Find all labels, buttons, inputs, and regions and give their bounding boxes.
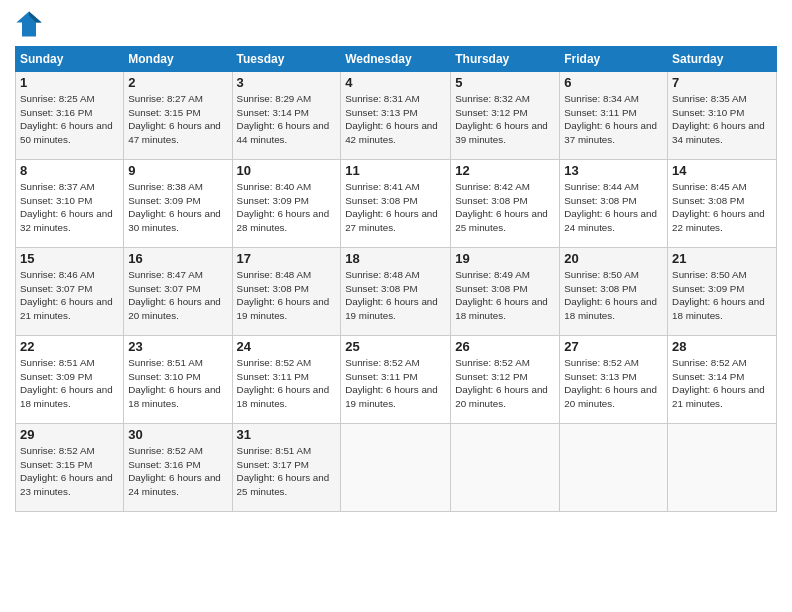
calendar-header-saturday: Saturday [668,47,777,72]
day-number: 10 [237,163,337,178]
day-number: 26 [455,339,555,354]
sunrise-text: Sunrise: 8:48 AM [237,269,312,280]
day-info: Sunrise: 8:52 AM Sunset: 3:13 PM Dayligh… [564,356,663,411]
calendar-cell: 26 Sunrise: 8:52 AM Sunset: 3:12 PM Dayl… [451,336,560,424]
daylight-text: Daylight: 6 hours and 18 minutes. [237,384,330,409]
day-info: Sunrise: 8:48 AM Sunset: 3:08 PM Dayligh… [345,268,446,323]
daylight-text: Daylight: 6 hours and 24 minutes. [564,208,657,233]
day-number: 23 [128,339,227,354]
day-info: Sunrise: 8:50 AM Sunset: 3:08 PM Dayligh… [564,268,663,323]
daylight-text: Daylight: 6 hours and 44 minutes. [237,120,330,145]
day-info: Sunrise: 8:52 AM Sunset: 3:11 PM Dayligh… [237,356,337,411]
daylight-text: Daylight: 6 hours and 50 minutes. [20,120,113,145]
daylight-text: Daylight: 6 hours and 20 minutes. [128,296,221,321]
sunset-text: Sunset: 3:07 PM [20,283,92,294]
calendar-cell: 15 Sunrise: 8:46 AM Sunset: 3:07 PM Dayl… [16,248,124,336]
calendar-cell: 12 Sunrise: 8:42 AM Sunset: 3:08 PM Dayl… [451,160,560,248]
day-info: Sunrise: 8:29 AM Sunset: 3:14 PM Dayligh… [237,92,337,147]
sunset-text: Sunset: 3:16 PM [128,459,200,470]
sunset-text: Sunset: 3:09 PM [237,195,309,206]
sunrise-text: Sunrise: 8:38 AM [128,181,203,192]
calendar-cell: 1 Sunrise: 8:25 AM Sunset: 3:16 PM Dayli… [16,72,124,160]
day-number: 28 [672,339,772,354]
daylight-text: Daylight: 6 hours and 37 minutes. [564,120,657,145]
daylight-text: Daylight: 6 hours and 30 minutes. [128,208,221,233]
calendar-cell: 25 Sunrise: 8:52 AM Sunset: 3:11 PM Dayl… [341,336,451,424]
day-number: 7 [672,75,772,90]
calendar-cell: 31 Sunrise: 8:51 AM Sunset: 3:17 PM Dayl… [232,424,341,512]
sunrise-text: Sunrise: 8:51 AM [20,357,95,368]
sunrise-text: Sunrise: 8:29 AM [237,93,312,104]
day-info: Sunrise: 8:37 AM Sunset: 3:10 PM Dayligh… [20,180,119,235]
calendar-cell [341,424,451,512]
daylight-text: Daylight: 6 hours and 22 minutes. [672,208,765,233]
calendar-header-friday: Friday [560,47,668,72]
day-number: 22 [20,339,119,354]
daylight-text: Daylight: 6 hours and 23 minutes. [20,472,113,497]
day-info: Sunrise: 8:51 AM Sunset: 3:10 PM Dayligh… [128,356,227,411]
calendar-header-thursday: Thursday [451,47,560,72]
calendar-cell: 8 Sunrise: 8:37 AM Sunset: 3:10 PM Dayli… [16,160,124,248]
day-number: 11 [345,163,446,178]
sunrise-text: Sunrise: 8:52 AM [237,357,312,368]
sunrise-text: Sunrise: 8:45 AM [672,181,747,192]
sunset-text: Sunset: 3:15 PM [128,107,200,118]
calendar-cell: 21 Sunrise: 8:50 AM Sunset: 3:09 PM Dayl… [668,248,777,336]
day-number: 24 [237,339,337,354]
day-info: Sunrise: 8:52 AM Sunset: 3:15 PM Dayligh… [20,444,119,499]
day-number: 6 [564,75,663,90]
day-number: 31 [237,427,337,442]
calendar-cell [668,424,777,512]
day-number: 12 [455,163,555,178]
sunrise-text: Sunrise: 8:31 AM [345,93,420,104]
daylight-text: Daylight: 6 hours and 19 minutes. [345,296,438,321]
day-info: Sunrise: 8:38 AM Sunset: 3:09 PM Dayligh… [128,180,227,235]
daylight-text: Daylight: 6 hours and 32 minutes. [20,208,113,233]
daylight-text: Daylight: 6 hours and 21 minutes. [20,296,113,321]
day-number: 9 [128,163,227,178]
sunset-text: Sunset: 3:09 PM [20,371,92,382]
sunrise-text: Sunrise: 8:52 AM [128,445,203,456]
day-info: Sunrise: 8:41 AM Sunset: 3:08 PM Dayligh… [345,180,446,235]
day-info: Sunrise: 8:50 AM Sunset: 3:09 PM Dayligh… [672,268,772,323]
day-info: Sunrise: 8:34 AM Sunset: 3:11 PM Dayligh… [564,92,663,147]
sunset-text: Sunset: 3:09 PM [672,283,744,294]
daylight-text: Daylight: 6 hours and 20 minutes. [564,384,657,409]
sunrise-text: Sunrise: 8:42 AM [455,181,530,192]
calendar-cell: 23 Sunrise: 8:51 AM Sunset: 3:10 PM Dayl… [124,336,232,424]
sunset-text: Sunset: 3:14 PM [672,371,744,382]
calendar-table: SundayMondayTuesdayWednesdayThursdayFrid… [15,46,777,512]
daylight-text: Daylight: 6 hours and 18 minutes. [20,384,113,409]
calendar-cell: 19 Sunrise: 8:49 AM Sunset: 3:08 PM Dayl… [451,248,560,336]
header [15,10,777,38]
sunrise-text: Sunrise: 8:49 AM [455,269,530,280]
sunset-text: Sunset: 3:12 PM [455,371,527,382]
day-number: 25 [345,339,446,354]
page: SundayMondayTuesdayWednesdayThursdayFrid… [0,0,792,612]
day-number: 14 [672,163,772,178]
sunset-text: Sunset: 3:13 PM [345,107,417,118]
day-number: 18 [345,251,446,266]
sunrise-text: Sunrise: 8:52 AM [455,357,530,368]
sunset-text: Sunset: 3:08 PM [564,195,636,206]
calendar-header-tuesday: Tuesday [232,47,341,72]
day-info: Sunrise: 8:45 AM Sunset: 3:08 PM Dayligh… [672,180,772,235]
sunrise-text: Sunrise: 8:27 AM [128,93,203,104]
day-info: Sunrise: 8:44 AM Sunset: 3:08 PM Dayligh… [564,180,663,235]
calendar-week-4: 22 Sunrise: 8:51 AM Sunset: 3:09 PM Dayl… [16,336,777,424]
sunrise-text: Sunrise: 8:40 AM [237,181,312,192]
day-number: 5 [455,75,555,90]
daylight-text: Daylight: 6 hours and 42 minutes. [345,120,438,145]
day-number: 3 [237,75,337,90]
calendar-cell: 7 Sunrise: 8:35 AM Sunset: 3:10 PM Dayli… [668,72,777,160]
calendar-cell: 6 Sunrise: 8:34 AM Sunset: 3:11 PM Dayli… [560,72,668,160]
calendar-week-3: 15 Sunrise: 8:46 AM Sunset: 3:07 PM Dayl… [16,248,777,336]
calendar-cell: 20 Sunrise: 8:50 AM Sunset: 3:08 PM Dayl… [560,248,668,336]
sunset-text: Sunset: 3:08 PM [345,195,417,206]
calendar-cell [451,424,560,512]
calendar-cell: 29 Sunrise: 8:52 AM Sunset: 3:15 PM Dayl… [16,424,124,512]
day-info: Sunrise: 8:27 AM Sunset: 3:15 PM Dayligh… [128,92,227,147]
day-info: Sunrise: 8:47 AM Sunset: 3:07 PM Dayligh… [128,268,227,323]
sunrise-text: Sunrise: 8:48 AM [345,269,420,280]
calendar-cell: 4 Sunrise: 8:31 AM Sunset: 3:13 PM Dayli… [341,72,451,160]
